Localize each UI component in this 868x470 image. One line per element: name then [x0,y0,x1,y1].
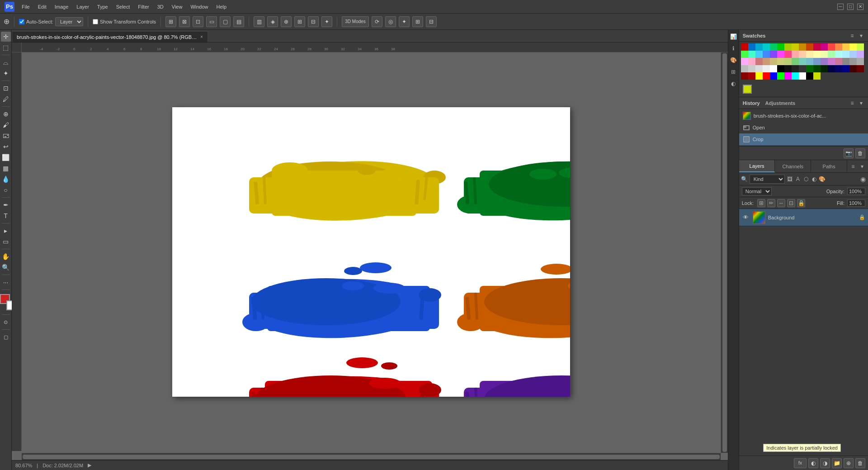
3d-scale-button[interactable]: ⊟ [426,16,437,27]
3d-mode-button[interactable]: 3D Modes [342,16,369,27]
menu-window[interactable]: Window [187,2,212,11]
swatch-49[interactable] [849,58,857,65]
swatch-10[interactable] [813,43,821,51]
menu-edit[interactable]: Edit [34,2,50,11]
swatch-28[interactable] [821,51,828,58]
active-swatch[interactable] [743,85,752,94]
swatch-70[interactable] [755,72,763,80]
menu-help[interactable]: Help [213,2,231,11]
swatch-74[interactable] [784,72,792,80]
menu-select[interactable]: Select [113,2,134,11]
adjustments-panel-icon[interactable]: ◐ [729,80,737,88]
menu-view[interactable]: View [168,2,186,11]
histogram-icon[interactable]: 📊 [729,33,737,41]
align-hcenter-button[interactable]: ▢ [220,16,231,27]
close-button[interactable]: ✕ [857,4,863,10]
layers-collapse-icon[interactable]: ▾ [859,163,865,170]
swatch-33[interactable] [857,51,864,58]
swatch-21[interactable] [770,51,777,58]
lock-position-icon[interactable]: ↔ [777,199,785,207]
swatch-65[interactable] [842,65,849,72]
pen-tool[interactable]: ✒ [1,200,11,210]
filter-pixel-icon[interactable]: 🖼 [787,176,793,182]
3d-rotate-button[interactable]: ⟳ [372,16,382,27]
swatch-29[interactable] [828,51,835,58]
lasso-tool[interactable]: ⌓ [1,57,11,67]
swatch-63[interactable] [828,65,835,72]
swatch-15[interactable] [849,43,857,51]
layer-row-background[interactable]: 👁 Background 🔒 [739,209,868,226]
brush-tool[interactable]: 🖌 [1,120,11,130]
swatch-3[interactable] [763,43,770,51]
adjustments-tab[interactable]: Adjustments [765,100,796,106]
layer-filter-select[interactable]: Kind [750,175,785,184]
eraser-tool[interactable]: ⬜ [1,152,11,162]
crop-tool[interactable]: ⊡ [1,83,11,93]
dodge-tool[interactable]: ○ [1,185,11,195]
swatch-54[interactable] [763,65,770,72]
lock-image-icon[interactable]: ✏ [767,199,775,207]
horizontal-scroll-thumb[interactable] [23,455,720,459]
align-top-button[interactable]: ⊞ [165,16,176,27]
swatch-0[interactable] [741,43,748,51]
3d-slide-button[interactable]: ⊞ [412,16,423,27]
layer-mask-button[interactable]: ◐ [808,458,818,468]
vertical-scroll-thumb[interactable] [722,53,727,452]
swatch-52[interactable] [748,65,755,72]
swatch-78[interactable] [813,72,821,80]
align-left-button[interactable]: ▭ [206,16,217,27]
horizontal-scrollbar[interactable] [22,453,721,460]
swatch-6[interactable] [784,43,792,51]
align-bottom-button[interactable]: ⊡ [193,16,203,27]
history-menu-icon[interactable]: ≡ [849,100,855,106]
tab-channels[interactable]: Channels [775,160,811,172]
distribute-top-button[interactable]: ▥ [254,16,264,27]
layer-new-button[interactable]: ⊕ [844,458,854,468]
auto-select-type-select[interactable]: Layer [55,17,83,26]
swatch-4[interactable] [770,43,777,51]
swatch-62[interactable] [821,65,828,72]
layer-group-button[interactable]: 📁 [832,458,842,468]
swatch-58[interactable] [792,65,799,72]
tab-paths[interactable]: Paths [811,160,847,172]
swatch-31[interactable] [842,51,849,58]
color-icon[interactable]: 🎨 [729,56,737,64]
blend-mode-select[interactable]: Normal Multiply Screen [742,187,772,195]
canvas-scroll-area[interactable] [22,52,721,451]
history-item-3[interactable]: Crop [739,133,868,145]
swatch-53[interactable] [755,65,763,72]
swatch-64[interactable] [835,65,842,72]
swatch-30[interactable] [835,51,842,58]
blur-tool[interactable]: 💧 [1,174,11,184]
history-item-2[interactable]: Open [739,122,868,133]
swatches-collapse-icon[interactable]: ▾ [858,33,864,39]
menu-image[interactable]: Image [51,2,72,11]
lock-pixels-icon[interactable]: ⊞ [757,199,765,207]
swatch-5[interactable] [777,43,784,51]
filter-toggle[interactable]: ◉ [860,176,866,182]
swatch-24[interactable] [792,51,799,58]
show-transform-checkbox[interactable] [93,19,98,24]
tab-close-icon[interactable]: × [200,34,203,39]
distribute-bottom-button[interactable]: ⊕ [281,16,292,27]
distribute-vcenter-button[interactable]: ◈ [267,16,278,27]
swatch-22[interactable] [777,51,784,58]
swatch-44[interactable] [813,58,821,65]
history-delete-button[interactable]: 🗑 [855,148,865,158]
maximize-button[interactable]: □ [847,4,854,10]
swatch-72[interactable] [770,72,777,80]
move-tool[interactable]: ✛ [1,32,11,42]
distribute-left-button[interactable]: ⊞ [294,16,305,27]
filter-shape-icon[interactable]: ⬡ [803,176,809,182]
lock-all-icon[interactable]: 🔒 [797,199,805,207]
swatch-14[interactable] [842,43,849,51]
swatch-34[interactable] [741,58,748,65]
swatches-menu-icon[interactable]: ≡ [849,33,855,39]
filter-adjustment-icon[interactable]: ◐ [811,176,817,182]
swatch-42[interactable] [799,58,806,65]
lock-artboard-icon[interactable]: ⊡ [787,199,795,207]
clone-stamp-tool[interactable]: 🖃 [1,131,11,141]
quick-mask-mode[interactable]: ⊙ [1,317,11,327]
rectangle-tool[interactable]: ▭ [1,237,11,247]
swatch-26[interactable] [806,51,813,58]
